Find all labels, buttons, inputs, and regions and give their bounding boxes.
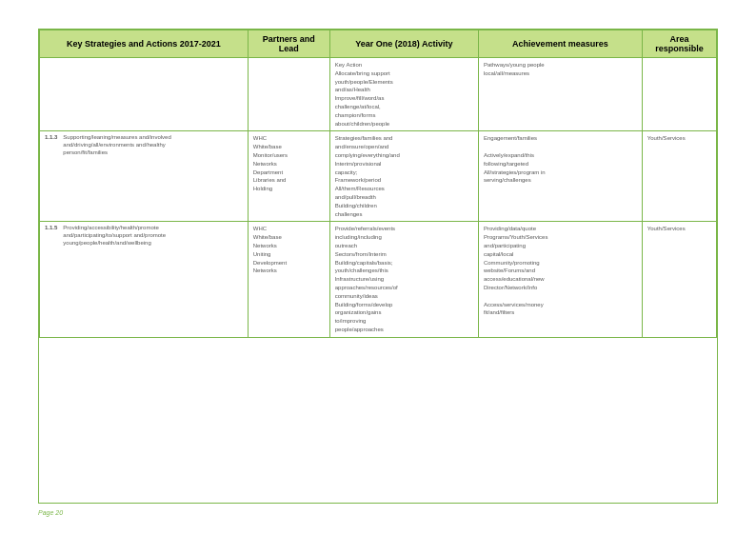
row3-partners: WHCWhite/baseNetworksUnitingDevelopmentN… bbox=[248, 222, 329, 337]
row3-year-activity: Provide/referrals/eventsincluding/includ… bbox=[329, 222, 478, 337]
row1-area bbox=[642, 58, 716, 131]
row2-area: Youth/Services bbox=[642, 131, 716, 222]
table-row: 1.1.5 Providing/accessibility/health/pro… bbox=[40, 222, 717, 337]
row3-area: Youth/Services bbox=[642, 222, 716, 337]
row1-year-activity: Key ActionAllocate/bring supportyouth/pe… bbox=[329, 58, 478, 131]
row1-achievement: Pathways/young peoplelocal/all/measures bbox=[478, 58, 642, 131]
col-header-strategies: Key Strategies and Actions 2017-2021 bbox=[40, 30, 249, 58]
page: Key Strategies and Actions 2017-2021 Par… bbox=[0, 0, 756, 535]
col-header-year: Year One (2018) Activity bbox=[329, 30, 478, 58]
table-row: 1.1.3 Supporting/leaning/measures and/in… bbox=[40, 131, 717, 222]
row2-strategy: 1.1.3 Supporting/leaning/measures and/in… bbox=[40, 131, 249, 222]
main-table: Key Strategies and Actions 2017-2021 Par… bbox=[39, 30, 717, 338]
footer-page-number: Page 20 bbox=[38, 509, 718, 516]
row2-partners: WHCWhite/baseMonitor/usersNetworksDepart… bbox=[248, 131, 329, 222]
table-header-row: Key Strategies and Actions 2017-2021 Par… bbox=[40, 30, 717, 58]
row1-strategy bbox=[40, 58, 249, 131]
row2-achievement: Engagement/familiesActively/expand/thisf… bbox=[478, 131, 642, 222]
row3-strategy: 1.1.5 Providing/accessibility/health/pro… bbox=[40, 222, 249, 337]
row1-partners bbox=[248, 58, 329, 131]
table-row: Key ActionAllocate/bring supportyouth/pe… bbox=[40, 58, 717, 131]
row3-achievement: Providing/data/quotePrograms/Youth/Servi… bbox=[478, 222, 642, 337]
col-header-achievement: Achievement measures bbox=[478, 30, 642, 58]
row2-year-activity: Strategies/families andand/ensure/open/a… bbox=[329, 131, 478, 222]
col-header-area: Area responsible bbox=[642, 30, 716, 58]
col-header-partners: Partners and Lead bbox=[248, 30, 329, 58]
table-wrapper: Key Strategies and Actions 2017-2021 Par… bbox=[38, 29, 718, 504]
